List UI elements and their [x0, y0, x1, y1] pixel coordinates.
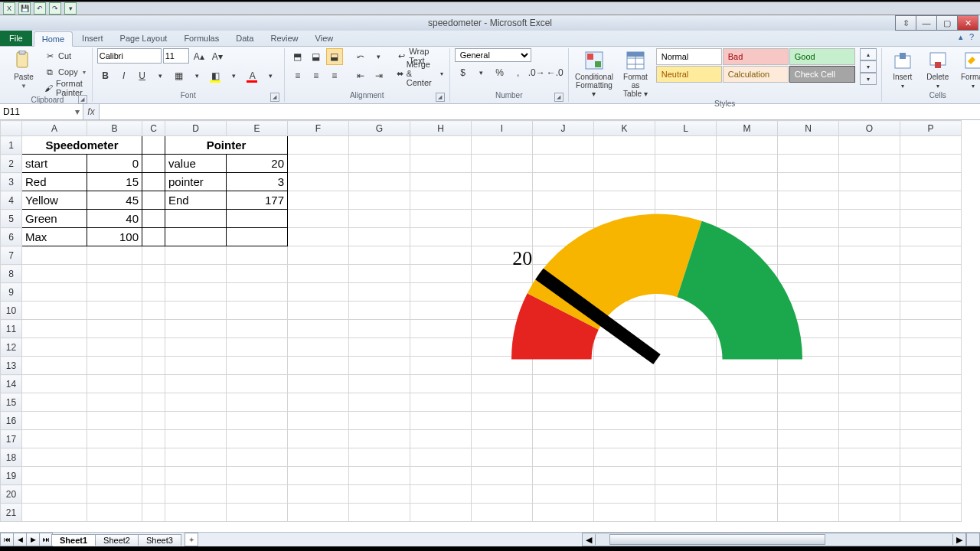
help-icon[interactable]: ? — [969, 32, 974, 42]
cell-F14[interactable] — [288, 375, 349, 393]
cell-G8[interactable] — [349, 265, 410, 283]
row-header-12[interactable]: 12 — [1, 338, 22, 357]
cell-H8[interactable] — [410, 265, 472, 283]
cell-M16[interactable] — [717, 412, 778, 430]
scroll-thumb[interactable] — [609, 534, 825, 545]
cell-O7[interactable] — [839, 246, 900, 265]
cell-L2[interactable] — [655, 155, 717, 173]
clipboard-dialog-launcher[interactable]: ◢ — [78, 95, 87, 104]
cell-G7[interactable] — [349, 246, 410, 265]
cell-E14[interactable] — [227, 375, 288, 393]
cell-I16[interactable] — [472, 412, 533, 430]
tab-formulas[interactable]: Formulas — [176, 31, 227, 46]
cell-D16[interactable] — [165, 412, 227, 430]
sheet-tab-sheet2[interactable]: Sheet2 — [95, 534, 139, 546]
cell-O19[interactable] — [839, 467, 900, 485]
cell-E2[interactable]: 20 — [227, 155, 288, 173]
decrease-decimal-icon[interactable]: ←.0 — [547, 64, 564, 81]
cell-H5[interactable] — [410, 210, 472, 228]
col-header-C[interactable]: C — [142, 121, 165, 136]
undo-icon[interactable]: ↶ — [34, 2, 46, 15]
ribbon-minimize-button[interactable]: ⇳ — [895, 15, 916, 31]
cell-B14[interactable] — [87, 375, 142, 393]
cell-F7[interactable] — [288, 246, 349, 265]
number-format-select[interactable]: General — [455, 48, 531, 62]
cell-H11[interactable] — [410, 320, 472, 338]
align-top-icon[interactable]: ⬒ — [289, 48, 306, 65]
cell-J4[interactable] — [533, 191, 594, 210]
cell-D19[interactable] — [165, 467, 227, 485]
cell-A10[interactable] — [22, 302, 87, 320]
cell-A20[interactable] — [22, 485, 87, 504]
cell-D6[interactable] — [165, 228, 227, 246]
accounting-format-icon[interactable]: $ — [455, 64, 472, 81]
cell-F16[interactable] — [288, 412, 349, 430]
cell-M19[interactable] — [717, 467, 778, 485]
cell-C4[interactable] — [142, 191, 165, 210]
cell-H4[interactable] — [410, 191, 472, 210]
cell-G20[interactable] — [349, 485, 410, 504]
cell-G11[interactable] — [349, 320, 410, 338]
cell-I20[interactable] — [472, 485, 533, 504]
alignment-dialog-launcher[interactable]: ◢ — [436, 93, 445, 102]
col-header-N[interactable]: N — [778, 121, 839, 136]
cell-L20[interactable] — [655, 485, 717, 504]
style-bad[interactable]: Bad — [723, 48, 789, 65]
cell-M2[interactable] — [717, 155, 778, 173]
name-box[interactable]: D11▾ — [0, 104, 83, 119]
sheet-tab-sheet1[interactable]: Sheet1 — [51, 534, 96, 546]
gallery-more-icon[interactable]: ▾ — [860, 73, 877, 85]
cell-L3[interactable] — [655, 173, 717, 191]
cell-E16[interactable] — [227, 412, 288, 430]
cell-O9[interactable] — [839, 283, 900, 302]
font-dialog-launcher[interactable]: ◢ — [270, 93, 279, 102]
cell-E20[interactable] — [227, 485, 288, 504]
row-header-21[interactable]: 21 — [1, 504, 22, 522]
cell-D2[interactable]: value — [165, 155, 227, 173]
cell-E6[interactable] — [227, 228, 288, 246]
cell-H15[interactable] — [410, 393, 472, 412]
cell-P6[interactable] — [900, 228, 962, 246]
cell-C14[interactable] — [142, 375, 165, 393]
format-painter-button[interactable]: 🖌Format Painter — [43, 80, 87, 96]
cell-O10[interactable] — [839, 302, 900, 320]
cell-L17[interactable] — [655, 430, 717, 448]
cell-O6[interactable] — [839, 228, 900, 246]
cell-P11[interactable] — [900, 320, 962, 338]
tab-insert[interactable]: Insert — [74, 31, 111, 46]
tab-page-layout[interactable]: Page Layout — [113, 31, 175, 46]
cell-H12[interactable] — [410, 338, 472, 357]
cell-C8[interactable] — [142, 265, 165, 283]
cell-G16[interactable] — [349, 412, 410, 430]
cell-K19[interactable] — [594, 467, 655, 485]
cell-F6[interactable] — [288, 228, 349, 246]
cell-K21[interactable] — [594, 504, 655, 522]
scroll-left-icon[interactable]: ◀ — [583, 534, 596, 545]
cell-B17[interactable] — [87, 430, 142, 448]
col-header-I[interactable]: I — [472, 121, 533, 136]
cell-G17[interactable] — [349, 430, 410, 448]
tab-view[interactable]: View — [308, 31, 341, 46]
cell-O11[interactable] — [839, 320, 900, 338]
cell-C16[interactable] — [142, 412, 165, 430]
cell-D8[interactable] — [165, 265, 227, 283]
cell-L19[interactable] — [655, 467, 717, 485]
col-header-O[interactable]: O — [839, 121, 900, 136]
cell-D13[interactable] — [165, 357, 227, 375]
cell-P15[interactable] — [900, 393, 962, 412]
cell-I15[interactable] — [472, 393, 533, 412]
cell-K1[interactable] — [594, 136, 655, 155]
cell-D12[interactable] — [165, 338, 227, 357]
cell-A21[interactable] — [22, 504, 87, 522]
cell-G12[interactable] — [349, 338, 410, 357]
cell-F9[interactable] — [288, 283, 349, 302]
col-header-M[interactable]: M — [717, 121, 778, 136]
cell-E12[interactable] — [227, 338, 288, 357]
cell-A13[interactable] — [22, 357, 87, 375]
cell-N17[interactable] — [778, 430, 839, 448]
col-header-K[interactable]: K — [594, 121, 655, 136]
sheet-nav-prev-icon[interactable]: ◀ — [13, 533, 27, 546]
cell-F1[interactable] — [288, 136, 349, 155]
align-middle-icon[interactable]: ⬓ — [308, 48, 325, 65]
cell-G1[interactable] — [349, 136, 410, 155]
